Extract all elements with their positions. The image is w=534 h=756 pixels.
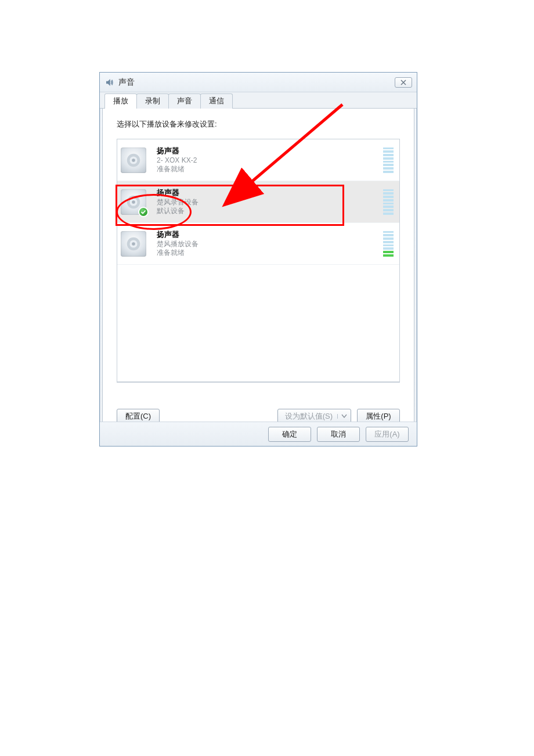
device-status: 准备就绪 <box>157 249 378 257</box>
device-status: 默认设备 <box>157 207 378 215</box>
level-meter <box>383 189 394 215</box>
device-text: 扬声器 楚风录音设备 默认设备 <box>157 188 378 215</box>
sound-dialog: 声音 播放 录制 声音 通信 选择以下播放设备来修改设置: 扬声器 2- XOX… <box>99 72 417 447</box>
tab-label: 录制 <box>145 96 160 105</box>
tab-communications[interactable]: 通信 <box>200 93 233 109</box>
device-title: 扬声器 <box>157 146 378 156</box>
tab-sounds[interactable]: 声音 <box>168 93 201 109</box>
tab-playback[interactable]: 播放 <box>104 93 137 109</box>
default-check-icon <box>138 207 149 217</box>
device-title: 扬声器 <box>157 188 378 197</box>
device-text: 扬声器 2- XOX KX-2 准备就绪 <box>157 146 378 173</box>
level-meter <box>383 147 394 173</box>
tab-label: 播放 <box>113 96 128 105</box>
close-icon <box>400 80 407 85</box>
device-subtitle: 楚风录音设备 <box>157 198 378 207</box>
tab-body-playback: 选择以下播放设备来修改设置: 扬声器 2- XOX KX-2 准备就绪 <box>102 109 414 433</box>
level-meter <box>383 231 394 257</box>
speaker-icon <box>121 147 146 173</box>
cancel-button[interactable]: 取消 <box>317 427 360 442</box>
titlebar: 声音 <box>100 73 417 92</box>
tabs-row: 播放 录制 声音 通信 <box>100 92 417 109</box>
device-title: 扬声器 <box>157 230 378 239</box>
svg-point-8 <box>132 242 135 246</box>
window-title: 声音 <box>118 77 135 88</box>
dialog-footer: 确定 取消 应用(A) <box>100 422 417 446</box>
device-list[interactable]: 扬声器 2- XOX KX-2 准备就绪 扬声器 楚风录音设备 默认设备 <box>117 139 400 383</box>
tab-label: 通信 <box>209 96 224 105</box>
chevron-down-icon <box>337 414 347 419</box>
instruction-text: 选择以下播放设备来修改设置: <box>103 109 414 135</box>
device-row[interactable]: 扬声器 楚风录音设备 默认设备 <box>117 181 399 223</box>
speaker-icon <box>121 189 146 215</box>
device-subtitle: 2- XOX KX-2 <box>157 156 378 165</box>
svg-point-5 <box>132 200 135 204</box>
speaker-icon <box>121 231 146 257</box>
device-text: 扬声器 楚风播放设备 准备就绪 <box>157 230 378 257</box>
device-row[interactable]: 扬声器 2- XOX KX-2 准备就绪 <box>117 139 399 181</box>
tab-label: 声音 <box>177 96 192 105</box>
sound-icon <box>104 77 115 88</box>
ok-button[interactable]: 确定 <box>268 427 311 442</box>
device-row[interactable]: 扬声器 楚风播放设备 准备就绪 <box>117 223 399 265</box>
set-default-label: 设为默认值(S) <box>285 411 333 422</box>
tab-recording[interactable]: 录制 <box>136 93 169 109</box>
close-button[interactable] <box>395 77 412 88</box>
device-status: 准备就绪 <box>157 165 378 174</box>
device-subtitle: 楚风播放设备 <box>157 240 378 249</box>
svg-point-2 <box>132 159 135 162</box>
apply-button[interactable]: 应用(A) <box>366 427 409 442</box>
